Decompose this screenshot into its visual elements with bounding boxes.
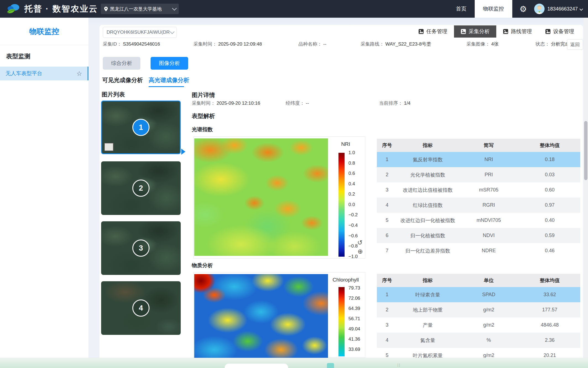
thumbnail-2[interactable]: 2: [101, 161, 181, 215]
material-analysis-table: 序号 指标 单位 整体均值 1 叶绿素含量 SPAD 33.62 2 地上部干物…: [377, 274, 580, 358]
back-button[interactable]: 返回: [567, 39, 583, 50]
cell: 2: [377, 172, 397, 178]
cell: 3: [377, 322, 397, 328]
divider: [0, 45, 88, 45]
sidebar-item-ugv-phenotype-platform[interactable]: 无人车表型平台 ☆: [0, 67, 88, 80]
latlng-value: --: [306, 101, 309, 106]
cell: 2.36: [519, 337, 580, 343]
base-location-select[interactable]: 黑龙江八一农垦大学基地: [101, 4, 179, 14]
colorbar-tick: 72.06: [347, 295, 364, 301]
nri-heatmap: [194, 138, 328, 256]
phenotype-analysis-title: 表型解析: [192, 112, 215, 120]
avatar[interactable]: [534, 4, 545, 14]
colorbar-tick: 0.2: [347, 191, 364, 197]
brand-logo-icon: [6, 3, 20, 15]
main-card: DRQYOHK6ISUKFJAIWU(DR 任务管理 采集分析: [99, 25, 583, 358]
collection-id-label: 采集ID：: [103, 41, 122, 47]
chevron-down-icon: [579, 7, 583, 11]
chevron-down-icon: [170, 29, 175, 34]
collection-info-row: 采集ID： S3549042546016 采集时间： 2025-09-20 12…: [99, 41, 583, 52]
taskbar-app-icon[interactable]: [327, 363, 334, 368]
brand-title: 托普 · 数智农业云: [24, 3, 98, 15]
page-scrollbar-track[interactable]: [584, 0, 588, 368]
cell: 2: [377, 307, 397, 313]
latlng-label: 经纬度：: [286, 101, 305, 106]
colorbar-title: Chlorophyll: [328, 277, 364, 283]
cell: NDVI: [458, 233, 519, 238]
user-phone[interactable]: 18346663247: [547, 6, 578, 12]
page-scrollbar-thumb[interactable]: [584, 121, 587, 180]
cell: 0.60: [519, 187, 580, 193]
collection-id-value: S3549042546016: [123, 41, 160, 47]
desktop-taskbar-strip: ⁞⁞: [0, 358, 588, 368]
nav-home[interactable]: 首页: [448, 0, 475, 18]
cell: 33.62: [519, 292, 580, 298]
images-count-unit: 张: [494, 41, 498, 47]
cell: 0.59: [519, 233, 580, 238]
tab-task-management[interactable]: 任务管理: [412, 25, 454, 38]
tab-visible-light-imaging[interactable]: 可见光成像分析: [102, 76, 143, 84]
table-row[interactable]: 3 产量 g/m2 4846.48: [377, 317, 580, 333]
cell: g/m2: [458, 322, 519, 328]
base-location-value: 黑龙江八一农垦大学基地: [110, 6, 172, 12]
variety-value: --: [323, 41, 326, 47]
device-select[interactable]: DRQYOHK6ISUKFJAIWU(DR: [103, 27, 177, 38]
table-row[interactable]: 2 光化学植被指数 PRI 0.03: [377, 167, 580, 182]
table-row[interactable]: 6 归一化植被指数 NDVI 0.59: [377, 228, 580, 243]
cell: PRI: [458, 172, 519, 178]
col-header: 整体均值: [519, 142, 580, 149]
cell: SPAD: [458, 292, 519, 298]
col-header: 序号: [377, 277, 397, 284]
nav-iot-monitoring[interactable]: 物联监控: [475, 0, 512, 18]
colorbar-tick: 79.73: [347, 285, 364, 291]
zoom-in-icon[interactable]: ⊕: [358, 248, 363, 255]
device-select-value: DRQYOHK6ISUKFJAIWU(DR: [106, 30, 170, 35]
rotate-icon[interactable]: ↺: [357, 240, 363, 246]
material-analysis-title: 物质分析: [192, 262, 213, 269]
cell: 3: [377, 187, 397, 193]
image-analysis-button[interactable]: 图像分析: [151, 57, 188, 70]
thumbnail-4[interactable]: 4: [101, 281, 181, 335]
image-module-icon: [461, 29, 466, 34]
col-header: 指标: [397, 277, 458, 284]
table-row[interactable]: 5 叶片氮积累量 g/m2 20.21: [377, 348, 580, 358]
thumbnail-1[interactable]: 1: [101, 101, 181, 154]
cell: 1: [377, 292, 397, 298]
gear-icon[interactable]: ⚙: [519, 4, 527, 14]
tab-collection-analysis[interactable]: 采集分析: [454, 25, 496, 38]
col-header: 整体均值: [519, 277, 580, 284]
cell: 地上部干物重: [397, 307, 458, 313]
thumbnail-3[interactable]: 3: [101, 221, 181, 275]
spectral-heatmap-panel: NRI 1.0 0.8 0.6 0.4 0.2 0.0 −0.2 −0.4 −0…: [193, 136, 365, 259]
images-count-value: 4: [491, 41, 494, 47]
selected-thumbnail-pointer: [181, 149, 185, 155]
colorbar-tick: 33.69: [347, 346, 364, 353]
status-label: 状态：: [536, 41, 550, 47]
cell: RGRI: [458, 202, 519, 208]
cell: 4: [377, 337, 397, 343]
tab-device-management[interactable]: 设备管理: [539, 25, 581, 38]
table-row[interactable]: 4 红绿比值指数 RGRI 0.97: [377, 198, 580, 213]
table-row[interactable]: 3 改进红边比值植被指数 mSR705 0.60: [377, 182, 580, 198]
table-row[interactable]: 5 改进红边归一化植被指数 mNDVI705 0.40: [377, 213, 580, 228]
table-row[interactable]: 1 叶绿素含量 SPAD 33.62: [377, 287, 580, 302]
active-tab-underline: [149, 86, 184, 87]
cell: 4: [377, 202, 397, 208]
cell: 氮含量: [397, 337, 458, 344]
table-row[interactable]: 1 氮反射率指数 NRI 0.18: [377, 152, 580, 167]
tab-route-management[interactable]: 路线管理: [496, 25, 539, 38]
table-row[interactable]: 7 归一化红边差异指数 NDRE 0.46: [377, 243, 580, 258]
cell: 5: [377, 217, 397, 223]
star-icon[interactable]: ☆: [76, 70, 82, 77]
cell: mSR705: [458, 187, 519, 193]
colorbar-title: NRI: [328, 141, 364, 147]
col-header: 单位: [458, 277, 519, 284]
image-module-icon: [545, 29, 551, 34]
comprehensive-analysis-button[interactable]: 综合分析: [103, 57, 140, 70]
tab-hyperspectral-imaging[interactable]: 高光谱成像分析: [149, 76, 189, 84]
taskbar-search-pill[interactable]: [225, 364, 288, 368]
table-row[interactable]: 2 地上部干物重 g/m2 177.57: [377, 302, 580, 317]
table-row[interactable]: 4 氮含量 % 2.36: [377, 333, 580, 348]
spectral-index-title: 光谱指数: [192, 126, 213, 133]
cell: g/m2: [458, 307, 519, 313]
